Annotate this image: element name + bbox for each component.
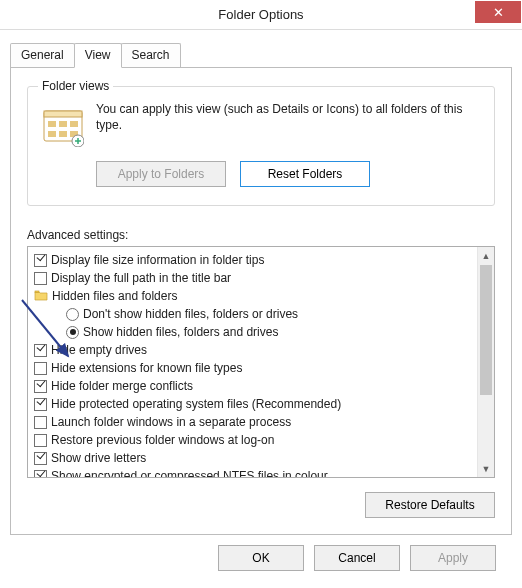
ok-label: OK [252,551,269,565]
list-item[interactable]: Show drive letters [30,449,475,467]
tab-pane-view: Folder views You can apply this view (su… [10,68,512,535]
list-item-label: Display the full path in the title bar [51,271,231,285]
restore-defaults-label: Restore Defaults [385,498,474,512]
list-item-label: Hidden files and folders [52,289,177,303]
list-item-label: Don't show hidden files, folders or driv… [83,307,298,321]
tab-search-label: Search [132,48,170,62]
list-item-label: Show drive letters [51,451,146,465]
list-item[interactable]: Hide protected operating system files (R… [30,395,475,413]
ok-button[interactable]: OK [218,545,304,571]
list-item-label: Hide folder merge conflicts [51,379,193,393]
checkbox-icon[interactable] [34,416,47,429]
list-item[interactable]: Display file size information in folder … [30,251,475,269]
checkbox-icon[interactable] [34,452,47,465]
reset-folders-label: Reset Folders [268,167,343,181]
apply-to-folders-button: Apply to Folders [96,161,226,187]
list-item[interactable]: Hide empty drives [30,341,475,359]
svg-rect-1 [44,111,82,117]
scroll-thumb[interactable] [480,265,492,395]
apply-to-folders-label: Apply to Folders [118,167,205,181]
checkbox-icon[interactable] [34,254,47,267]
apply-label: Apply [438,551,468,565]
close-button[interactable]: ✕ [475,1,521,23]
reset-folders-button[interactable]: Reset Folders [240,161,370,187]
list-item[interactable]: Restore previous folder windows at log-o… [30,431,475,449]
restore-defaults-button[interactable]: Restore Defaults [365,492,495,518]
folder-views-group: Folder views You can apply this view (su… [27,86,495,206]
list-item-label: Show encrypted or compressed NTFS files … [51,469,328,477]
advanced-settings-list: Display file size information in folder … [27,246,495,478]
tab-general[interactable]: General [10,43,75,67]
checkbox-icon[interactable] [34,434,47,447]
list-item-label: Display file size information in folder … [51,253,264,267]
list-item[interactable]: Hidden files and folders [30,287,475,305]
advanced-settings-inner: Display file size information in folder … [28,247,477,477]
tab-strip: General View Search [10,42,512,68]
checkbox-icon[interactable] [34,344,47,357]
list-item[interactable]: Show hidden files, folders and drives [30,323,475,341]
checkbox-icon[interactable] [34,272,47,285]
dialog-button-row: OK Cancel Apply [10,535,512,571]
radio-icon[interactable] [66,326,79,339]
list-item-label: Hide protected operating system files (R… [51,397,341,411]
radio-icon[interactable] [66,308,79,321]
tab-general-label: General [21,48,64,62]
tab-view-label: View [85,48,111,62]
folder-views-icon [42,105,84,147]
svg-rect-5 [48,131,56,137]
list-item-label: Launch folder windows in a separate proc… [51,415,291,429]
svg-rect-4 [70,121,78,127]
svg-rect-3 [59,121,67,127]
folder-views-desc: You can apply this view (such as Details… [96,101,480,147]
svg-rect-6 [59,131,67,137]
cancel-label: Cancel [338,551,375,565]
cancel-button[interactable]: Cancel [314,545,400,571]
tab-search[interactable]: Search [121,43,181,67]
apply-button: Apply [410,545,496,571]
list-item[interactable]: Launch folder windows in a separate proc… [30,413,475,431]
close-icon: ✕ [493,5,504,20]
advanced-settings-label: Advanced settings: [27,228,495,242]
folder-views-legend: Folder views [38,79,113,93]
folder-icon [34,289,48,304]
list-item-label: Restore previous folder windows at log-o… [51,433,274,447]
checkbox-icon[interactable] [34,470,47,478]
scroll-down-arrow-icon[interactable]: ▼ [478,460,494,477]
scroll-up-arrow-icon[interactable]: ▲ [478,247,494,264]
svg-rect-2 [48,121,56,127]
list-item[interactable]: Show encrypted or compressed NTFS files … [30,467,475,477]
scrollbar[interactable]: ▲ ▼ [477,247,494,477]
list-item-label: Hide empty drives [51,343,147,357]
checkbox-icon[interactable] [34,380,47,393]
checkbox-icon[interactable] [34,362,47,375]
title-bar: Folder Options ✕ [0,0,522,30]
list-item-label: Show hidden files, folders and drives [83,325,278,339]
window-title: Folder Options [0,7,522,22]
checkbox-icon[interactable] [34,398,47,411]
list-item[interactable]: Don't show hidden files, folders or driv… [30,305,475,323]
svg-rect-9 [35,291,39,293]
list-item-label: Hide extensions for known file types [51,361,242,375]
list-item[interactable]: Hide folder merge conflicts [30,377,475,395]
list-item[interactable]: Hide extensions for known file types [30,359,475,377]
tab-view[interactable]: View [74,43,122,68]
list-item[interactable]: Display the full path in the title bar [30,269,475,287]
